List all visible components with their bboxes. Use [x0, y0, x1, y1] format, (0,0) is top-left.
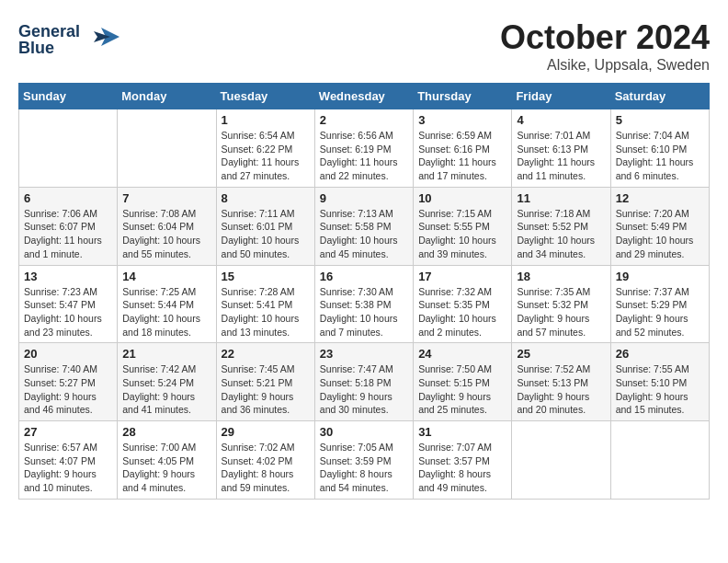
- calendar-table: SundayMondayTuesdayWednesdayThursdayFrid…: [18, 83, 710, 500]
- day-info: Sunrise: 6:56 AM Sunset: 6:19 PM Dayligh…: [320, 129, 408, 183]
- day-cell: 1Sunrise: 6:54 AM Sunset: 6:22 PM Daylig…: [216, 109, 314, 188]
- day-info: Sunrise: 7:01 AM Sunset: 6:13 PM Dayligh…: [517, 129, 605, 183]
- calendar-body: 1Sunrise: 6:54 AM Sunset: 6:22 PM Daylig…: [19, 109, 710, 500]
- day-cell: 17Sunrise: 7:32 AM Sunset: 5:35 PM Dayli…: [414, 265, 512, 343]
- day-info: Sunrise: 7:20 AM Sunset: 5:49 PM Dayligh…: [616, 207, 704, 261]
- day-cell: 16Sunrise: 7:30 AM Sunset: 5:38 PM Dayli…: [314, 265, 413, 343]
- day-number: 19: [616, 270, 704, 283]
- day-cell: 26Sunrise: 7:55 AM Sunset: 5:10 PM Dayli…: [610, 343, 709, 421]
- week-row-2: 6Sunrise: 7:06 AM Sunset: 6:07 PM Daylig…: [19, 187, 710, 265]
- day-cell: 8Sunrise: 7:11 AM Sunset: 6:01 PM Daylig…: [216, 187, 314, 265]
- day-info: Sunrise: 7:08 AM Sunset: 6:04 PM Dayligh…: [122, 207, 210, 261]
- day-cell: 13Sunrise: 7:23 AM Sunset: 5:47 PM Dayli…: [19, 265, 118, 343]
- day-info: Sunrise: 7:07 AM Sunset: 3:57 PM Dayligh…: [418, 441, 506, 495]
- day-cell: 15Sunrise: 7:28 AM Sunset: 5:41 PM Dayli…: [216, 265, 314, 343]
- location: Alsike, Uppsala, Sweden: [500, 57, 710, 74]
- day-number: 9: [320, 191, 408, 205]
- month-title: October 2024: [500, 18, 710, 57]
- day-info: Sunrise: 7:04 AM Sunset: 6:10 PM Dayligh…: [616, 129, 704, 183]
- svg-text:Blue: Blue: [18, 39, 54, 57]
- weekday-header-thursday: Thursday: [414, 84, 512, 109]
- day-number: 27: [24, 425, 112, 439]
- day-number: 1: [222, 113, 310, 127]
- day-number: 22: [222, 347, 310, 361]
- weekday-header-monday: Monday: [118, 84, 216, 109]
- weekday-header-saturday: Saturday: [610, 84, 709, 109]
- weekday-header-row: SundayMondayTuesdayWednesdayThursdayFrid…: [19, 84, 710, 109]
- week-row-3: 13Sunrise: 7:23 AM Sunset: 5:47 PM Dayli…: [19, 265, 710, 343]
- day-info: Sunrise: 7:28 AM Sunset: 5:41 PM Dayligh…: [222, 285, 310, 339]
- day-info: Sunrise: 6:54 AM Sunset: 6:22 PM Dayligh…: [222, 129, 310, 183]
- svg-text:General: General: [18, 22, 80, 40]
- day-cell: 25Sunrise: 7:52 AM Sunset: 5:13 PM Dayli…: [512, 343, 610, 421]
- day-number: 8: [222, 191, 310, 205]
- day-cell: 6Sunrise: 7:06 AM Sunset: 6:07 PM Daylig…: [19, 187, 118, 265]
- day-number: 25: [517, 347, 605, 361]
- day-cell: 11Sunrise: 7:18 AM Sunset: 5:52 PM Dayli…: [512, 187, 610, 265]
- week-row-4: 20Sunrise: 7:40 AM Sunset: 5:27 PM Dayli…: [19, 343, 710, 421]
- day-info: Sunrise: 7:18 AM Sunset: 5:52 PM Dayligh…: [517, 207, 605, 261]
- day-info: Sunrise: 7:25 AM Sunset: 5:44 PM Dayligh…: [122, 285, 210, 339]
- day-number: 3: [418, 113, 506, 127]
- day-cell: [512, 421, 610, 500]
- day-info: Sunrise: 7:55 AM Sunset: 5:10 PM Dayligh…: [616, 362, 704, 417]
- day-number: 15: [222, 270, 310, 283]
- day-number: 23: [320, 347, 408, 361]
- day-cell: 14Sunrise: 7:25 AM Sunset: 5:44 PM Dayli…: [118, 265, 216, 343]
- day-info: Sunrise: 7:13 AM Sunset: 5:58 PM Dayligh…: [320, 207, 408, 261]
- weekday-header-friday: Friday: [512, 84, 610, 109]
- day-number: 28: [122, 425, 210, 439]
- day-info: Sunrise: 7:50 AM Sunset: 5:15 PM Dayligh…: [418, 362, 506, 417]
- day-number: 12: [616, 191, 704, 205]
- day-cell: 30Sunrise: 7:05 AM Sunset: 3:59 PM Dayli…: [314, 421, 413, 500]
- week-row-5: 27Sunrise: 6:57 AM Sunset: 4:07 PM Dayli…: [19, 421, 710, 500]
- day-number: 24: [418, 347, 506, 361]
- day-number: 2: [320, 113, 408, 127]
- day-number: 14: [122, 270, 210, 283]
- day-info: Sunrise: 7:05 AM Sunset: 3:59 PM Dayligh…: [320, 441, 408, 495]
- day-info: Sunrise: 7:15 AM Sunset: 5:55 PM Dayligh…: [418, 207, 506, 261]
- day-info: Sunrise: 7:40 AM Sunset: 5:27 PM Dayligh…: [24, 362, 112, 417]
- day-number: 30: [320, 425, 408, 439]
- day-info: Sunrise: 7:11 AM Sunset: 6:01 PM Dayligh…: [222, 207, 310, 261]
- day-info: Sunrise: 7:02 AM Sunset: 4:02 PM Dayligh…: [222, 441, 310, 495]
- day-cell: [118, 109, 216, 188]
- day-number: 17: [418, 270, 506, 283]
- day-info: Sunrise: 7:06 AM Sunset: 6:07 PM Dayligh…: [24, 207, 112, 261]
- day-number: 13: [24, 270, 112, 283]
- day-info: Sunrise: 7:32 AM Sunset: 5:35 PM Dayligh…: [418, 285, 506, 339]
- day-info: Sunrise: 7:47 AM Sunset: 5:18 PM Dayligh…: [320, 362, 408, 417]
- day-info: Sunrise: 7:00 AM Sunset: 4:05 PM Dayligh…: [122, 441, 210, 495]
- day-cell: 18Sunrise: 7:35 AM Sunset: 5:32 PM Dayli…: [512, 265, 610, 343]
- day-cell: 10Sunrise: 7:15 AM Sunset: 5:55 PM Dayli…: [414, 187, 512, 265]
- day-cell: 24Sunrise: 7:50 AM Sunset: 5:15 PM Dayli…: [414, 343, 512, 421]
- day-cell: 3Sunrise: 6:59 AM Sunset: 6:16 PM Daylig…: [414, 109, 512, 188]
- day-info: Sunrise: 7:45 AM Sunset: 5:21 PM Dayligh…: [222, 362, 310, 417]
- weekday-header-sunday: Sunday: [19, 84, 118, 109]
- day-cell: 9Sunrise: 7:13 AM Sunset: 5:58 PM Daylig…: [314, 187, 413, 265]
- day-cell: [19, 109, 118, 188]
- day-info: Sunrise: 6:59 AM Sunset: 6:16 PM Dayligh…: [418, 129, 506, 183]
- day-number: 29: [222, 425, 310, 439]
- day-cell: 5Sunrise: 7:04 AM Sunset: 6:10 PM Daylig…: [610, 109, 709, 188]
- day-number: 18: [517, 270, 605, 283]
- day-cell: 2Sunrise: 6:56 AM Sunset: 6:19 PM Daylig…: [314, 109, 413, 188]
- day-info: Sunrise: 7:52 AM Sunset: 5:13 PM Dayligh…: [517, 362, 605, 417]
- weekday-header-wednesday: Wednesday: [314, 84, 413, 109]
- day-info: Sunrise: 7:30 AM Sunset: 5:38 PM Dayligh…: [320, 285, 408, 339]
- day-cell: 29Sunrise: 7:02 AM Sunset: 4:02 PM Dayli…: [216, 421, 314, 500]
- day-cell: 7Sunrise: 7:08 AM Sunset: 6:04 PM Daylig…: [118, 187, 216, 265]
- day-cell: 31Sunrise: 7:07 AM Sunset: 3:57 PM Dayli…: [414, 421, 512, 500]
- day-number: 26: [616, 347, 704, 361]
- day-cell: 27Sunrise: 6:57 AM Sunset: 4:07 PM Dayli…: [19, 421, 118, 500]
- day-cell: 28Sunrise: 7:00 AM Sunset: 4:05 PM Dayli…: [118, 421, 216, 500]
- day-cell: [610, 421, 709, 500]
- day-info: Sunrise: 7:23 AM Sunset: 5:47 PM Dayligh…: [24, 285, 112, 339]
- day-number: 10: [418, 191, 506, 205]
- day-number: 20: [24, 347, 112, 361]
- day-cell: 4Sunrise: 7:01 AM Sunset: 6:13 PM Daylig…: [512, 109, 610, 188]
- page-header: General Blue October 2024 Alsike, Uppsal…: [18, 18, 710, 74]
- day-cell: 19Sunrise: 7:37 AM Sunset: 5:29 PM Dayli…: [610, 265, 709, 343]
- day-cell: 21Sunrise: 7:42 AM Sunset: 5:24 PM Dayli…: [118, 343, 216, 421]
- day-number: 16: [320, 270, 408, 283]
